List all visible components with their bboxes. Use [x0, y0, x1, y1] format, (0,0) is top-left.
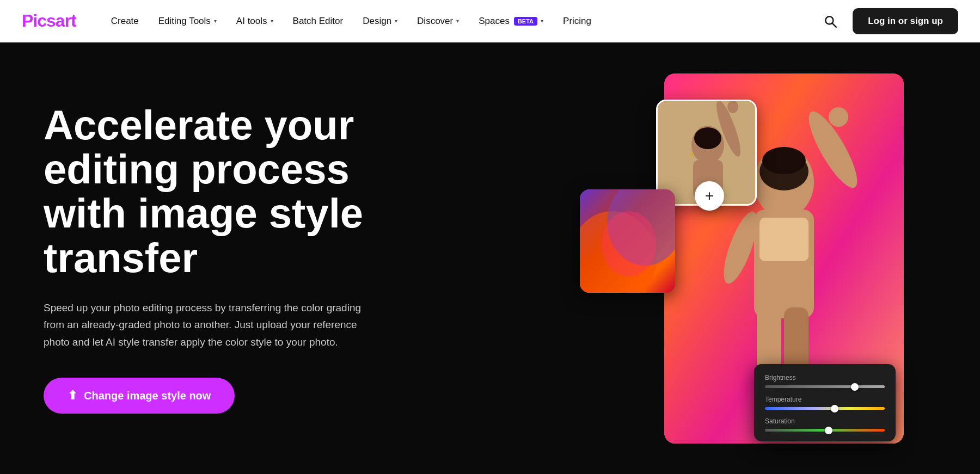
svg-point-19: [694, 127, 721, 149]
svg-point-20: [690, 153, 693, 156]
nav-item-discover[interactable]: Discover ▾: [409, 11, 467, 31]
svg-point-6: [829, 107, 848, 127]
temperature-slider-row: Temperature: [765, 396, 885, 410]
sliders-panel: Brightness Temperature Saturation: [754, 364, 896, 441]
hero-title: Accelerate your editing process with ima…: [44, 103, 425, 280]
saturation-track[interactable]: [765, 429, 885, 432]
chevron-down-icon: ▾: [541, 18, 543, 24]
search-button[interactable]: [819, 10, 842, 33]
nav-right: Log in or sign up: [819, 8, 958, 34]
svg-rect-8: [759, 218, 808, 261]
nav-item-design[interactable]: Design ▾: [355, 11, 405, 31]
navbar: Picsart Create Editing Tools ▾ AI tools …: [0, 0, 980, 42]
chevron-down-icon: ▾: [395, 18, 397, 24]
brightness-track[interactable]: [765, 385, 885, 388]
nav-links: Create Editing Tools ▾ AI tools ▾ Batch …: [103, 11, 819, 31]
brightness-slider-row: Brightness: [765, 374, 885, 388]
nav-item-create[interactable]: Create: [103, 11, 146, 31]
chevron-down-icon: ▾: [271, 18, 273, 24]
hero-right: + Brightness Temperature Saturation: [425, 42, 936, 474]
logo-text: Picsart: [22, 11, 76, 31]
logo[interactable]: Picsart: [22, 11, 76, 31]
svg-point-24: [602, 211, 656, 276]
abstract-inner: [580, 189, 675, 293]
nav-item-ai-tools[interactable]: AI tools ▾: [229, 11, 281, 31]
temperature-track[interactable]: [765, 407, 885, 410]
plus-button[interactable]: +: [695, 181, 724, 211]
hero-description: Speed up your photo editing process by t…: [44, 299, 381, 350]
svg-line-1: [832, 23, 836, 27]
saturation-thumb[interactable]: [825, 427, 832, 434]
nav-item-pricing[interactable]: Pricing: [555, 11, 599, 31]
svg-point-12: [762, 147, 806, 174]
beta-badge: BETA: [514, 17, 537, 26]
temperature-thumb[interactable]: [831, 405, 838, 413]
brightness-label: Brightness: [765, 374, 885, 381]
cta-button[interactable]: ⬆ Change image style now: [44, 378, 235, 414]
chevron-down-icon: ▾: [456, 18, 459, 24]
chevron-down-icon: ▾: [214, 18, 217, 24]
login-button[interactable]: Log in or sign up: [853, 8, 958, 34]
nav-item-spaces[interactable]: Spaces BETA ▾: [471, 11, 551, 31]
brightness-thumb[interactable]: [851, 383, 859, 391]
temperature-label: Temperature: [765, 396, 885, 403]
saturation-label: Saturation: [765, 417, 885, 425]
nav-item-batch-editor[interactable]: Batch Editor: [285, 11, 351, 31]
saturation-slider-row: Saturation: [765, 417, 885, 432]
abstract-card: [580, 189, 675, 293]
hero-section: Accelerate your editing process with ima…: [0, 42, 980, 474]
upload-icon: ⬆: [68, 389, 77, 403]
nav-item-editing-tools[interactable]: Editing Tools ▾: [151, 11, 224, 31]
hero-left: Accelerate your editing process with ima…: [44, 103, 425, 414]
